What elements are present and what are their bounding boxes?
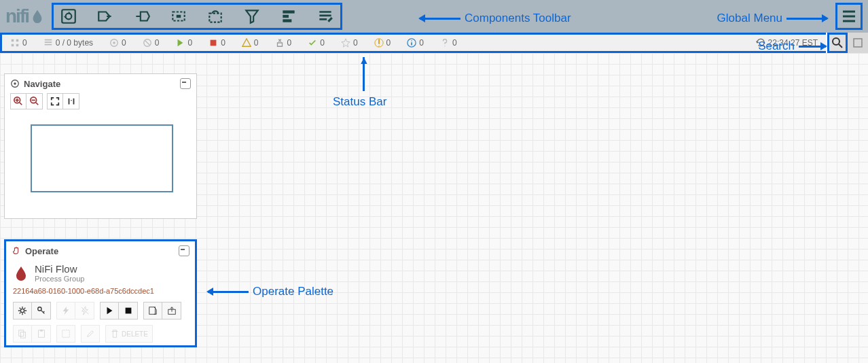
processor-tool[interactable] — [58, 5, 79, 27]
svg-rect-10 — [16, 44, 19, 47]
flow-id: 22164a68-0160-1000-e68d-a75c6dccdec1 — [6, 287, 195, 299]
hamburger-icon — [841, 8, 857, 24]
brush-icon — [86, 329, 95, 339]
funnel-tool[interactable] — [241, 5, 263, 27]
delete-button: DELETE — [105, 325, 153, 343]
group-icon — [61, 329, 71, 339]
zoom-in-icon — [14, 97, 23, 106]
start-button[interactable] — [100, 302, 119, 319]
flow-name: NiFi Flow — [35, 263, 84, 275]
play-icon — [105, 306, 114, 315]
svg-rect-18 — [854, 39, 862, 47]
operate-panel: Operate NiFi Flow Process Group 22164a68… — [4, 239, 197, 347]
status-queued: 0 / 0 bytes — [35, 38, 101, 48]
trash-icon — [110, 329, 120, 339]
operate-title: Operate — [25, 246, 58, 256]
svg-rect-8 — [16, 39, 19, 42]
zoom-out-icon — [30, 97, 39, 106]
remote-process-group-tool[interactable] — [204, 5, 226, 27]
navigate-collapse[interactable] — [180, 78, 191, 89]
logo-text: nifi — [5, 5, 29, 27]
process-group-tool[interactable] — [168, 5, 189, 27]
navigate-title: Navigate — [24, 79, 60, 89]
flash-off-icon — [80, 306, 90, 315]
svg-rect-4 — [283, 10, 294, 13]
zoom-in-button[interactable] — [10, 93, 26, 109]
svg-rect-9 — [12, 44, 14, 47]
status-threads: 0 — [2, 38, 35, 48]
annotation-global-menu: Global Menu — [717, 12, 827, 25]
svg-rect-2 — [177, 15, 181, 18]
zoom-actual-button[interactable] — [63, 93, 79, 109]
access-button[interactable] — [32, 302, 51, 319]
hand-icon — [12, 246, 21, 256]
template-upload-icon — [167, 306, 177, 315]
bulletin-button[interactable] — [848, 33, 868, 53]
fit-icon — [50, 97, 60, 106]
svg-point-20 — [14, 82, 16, 85]
navigate-header: Navigate — [5, 74, 196, 93]
annotation-status-bar: Status Bar — [333, 95, 386, 109]
group-button — [56, 325, 75, 343]
svg-rect-14 — [211, 40, 217, 46]
svg-rect-5 — [283, 15, 289, 18]
svg-rect-28 — [19, 330, 24, 336]
input-port-tool[interactable] — [94, 5, 116, 27]
copy-button — [13, 325, 32, 343]
copy-icon — [18, 329, 27, 339]
upload-template-button[interactable] — [162, 302, 181, 319]
configure-button[interactable] — [13, 302, 32, 319]
birdseye-viewport[interactable] — [31, 124, 173, 192]
svg-point-23 — [20, 309, 24, 312]
status-stopped: 0 — [200, 38, 234, 48]
status-uptodate: 0 — [300, 38, 333, 48]
output-port-tool[interactable] — [131, 5, 153, 27]
gear-icon — [18, 306, 27, 315]
components-toolbar — [52, 3, 342, 30]
drop-icon — [13, 265, 29, 281]
svg-rect-0 — [62, 10, 75, 23]
target-icon — [10, 79, 20, 88]
logo-drop-icon — [30, 9, 45, 24]
paste-button — [32, 325, 51, 343]
svg-point-17 — [833, 38, 839, 45]
status-invalid: 0 — [234, 38, 267, 48]
create-template-button[interactable] — [143, 302, 162, 319]
zoom-out-button[interactable] — [26, 93, 43, 109]
annotation-components-toolbar: Components Toolbar — [420, 12, 571, 25]
svg-point-12 — [113, 41, 115, 44]
search-icon — [832, 37, 843, 48]
annotation-search: Search — [758, 39, 826, 53]
status-syncfail: 0 — [366, 38, 399, 48]
template-create-icon — [148, 306, 158, 315]
status-info: 0 — [399, 38, 432, 48]
status-not-transmitting: 0 — [134, 38, 168, 48]
svg-rect-25 — [125, 308, 131, 314]
operate-info: NiFi Flow Process Group — [6, 260, 195, 287]
operate-row-1 — [6, 299, 195, 322]
stop-icon — [124, 306, 133, 315]
stop-button[interactable] — [119, 302, 138, 319]
status-stale: 0 — [333, 38, 366, 48]
status-unknown: 0 — [432, 38, 465, 48]
global-menu-button[interactable] — [835, 3, 863, 30]
enable-button — [56, 302, 75, 319]
operate-header: Operate — [6, 241, 195, 260]
svg-rect-7 — [12, 39, 14, 42]
operate-collapse[interactable] — [179, 245, 189, 256]
status-transmitting: 0 — [101, 38, 134, 48]
color-button — [81, 325, 100, 343]
svg-rect-3 — [209, 14, 221, 22]
zoom-fit-button[interactable] — [47, 93, 63, 109]
svg-rect-26 — [149, 307, 156, 315]
label-tool[interactable] — [314, 5, 336, 27]
birdseye-view[interactable] — [10, 119, 191, 213]
flow-type: Process Group — [35, 275, 84, 283]
status-bar: 0 0 / 0 bytes 0 0 0 0 0 0 0 0 0 0 0 22:3… — [0, 33, 826, 53]
bulletin-icon — [852, 37, 863, 48]
key-icon — [37, 306, 46, 315]
template-tool[interactable] — [278, 5, 300, 27]
logo: nifi — [5, 5, 45, 27]
navigate-panel: Navigate — [4, 73, 197, 219]
svg-rect-6 — [283, 19, 291, 22]
